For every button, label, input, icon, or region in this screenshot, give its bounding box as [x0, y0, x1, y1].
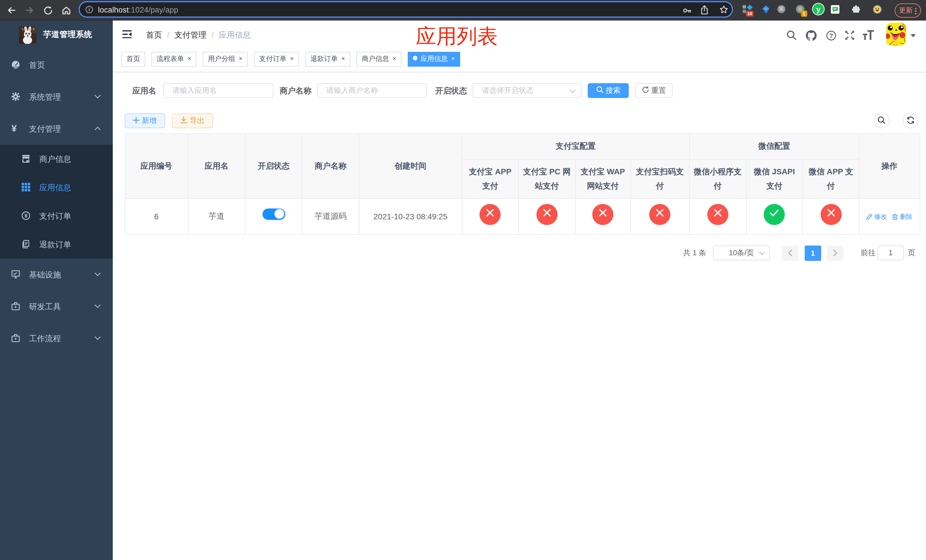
- svg-text:10: 10: [747, 11, 752, 16]
- svg-text:1: 1: [803, 11, 805, 16]
- svg-text:¥: ¥: [24, 213, 27, 219]
- svg-text:?: ?: [829, 32, 833, 39]
- svg-text:⌘: ⌘: [779, 6, 784, 12]
- svg-text:y: y: [816, 5, 821, 14]
